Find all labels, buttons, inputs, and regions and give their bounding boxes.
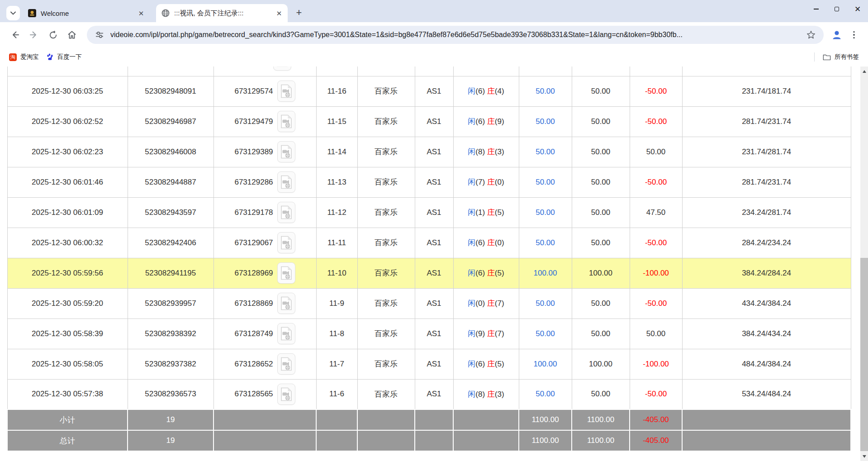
cell-bet-id: 523082944887	[128, 167, 213, 197]
cell-empty	[415, 67, 453, 76]
player-score: (0)	[475, 299, 487, 308]
browser-menu-button[interactable]	[846, 27, 862, 43]
video-replay-button[interactable]	[277, 232, 295, 253]
game-id-text: 673129178	[234, 208, 273, 217]
bookmark-baidu[interactable]: 百度一下	[43, 51, 85, 63]
welcome-favicon-icon	[28, 9, 36, 17]
profile-button[interactable]	[829, 27, 844, 43]
back-button[interactable]	[7, 27, 23, 43]
cell-game-type: 百家乐	[357, 197, 415, 228]
forward-button[interactable]	[26, 27, 42, 43]
cell-seat: AS1	[415, 379, 453, 409]
cell-seat: AS1	[415, 197, 453, 228]
video-replay-button[interactable]	[277, 353, 295, 375]
new-tab-button[interactable]: +	[292, 6, 306, 19]
video-file-icon	[280, 114, 292, 128]
video-replay-button[interactable]	[277, 384, 295, 405]
close-button[interactable]: ✕	[847, 0, 868, 18]
bookmark-aitaobao[interactable]: 淘 爱淘宝	[5, 51, 43, 63]
cell-bet-amount: 50.00	[519, 288, 572, 318]
player-score: (6)	[475, 238, 487, 247]
summary-empty	[453, 409, 519, 430]
bookmark-star-button[interactable]	[805, 29, 817, 41]
cell-table-round: 11-15	[316, 106, 357, 137]
reload-button[interactable]	[45, 27, 61, 43]
cell-table-round: 11-11	[316, 228, 357, 258]
minimize-button[interactable]	[806, 0, 826, 18]
player-label: 闲	[468, 360, 475, 368]
maximize-icon	[835, 7, 839, 11]
cell-valid-amount: 50.00	[572, 228, 630, 258]
video-replay-button[interactable]	[277, 171, 295, 193]
url-text[interactable]: videoie.com/ipl/portal.php/game/betrecor…	[110, 31, 805, 39]
tab-title: :::视讯, 会员下注纪录:::	[174, 9, 275, 18]
summary-empty	[316, 430, 357, 451]
tune-icon	[95, 31, 104, 39]
video-replay-button[interactable]	[277, 323, 295, 344]
cell-table-round: 11-14	[316, 137, 357, 167]
cell-bet-id: 523082939957	[128, 288, 213, 318]
video-file-icon	[280, 327, 292, 341]
cell-game-id: 673129479	[213, 106, 316, 137]
cell-bet-time: 2025-12-30 06:01:09	[7, 197, 128, 228]
video-replay-button[interactable]	[277, 81, 295, 102]
cell-bet-id: 523082946008	[128, 137, 213, 167]
home-button[interactable]	[64, 27, 80, 43]
cell-bet-time: 2025-12-30 05:59:20	[7, 288, 128, 318]
banker-score: (4)	[495, 87, 504, 95]
cell-bet-id: 523082943597	[128, 197, 213, 228]
cell-bet-id: 523082938392	[128, 318, 213, 349]
summary-label: 小计	[7, 409, 128, 430]
maximize-button[interactable]	[826, 0, 847, 18]
video-file-icon	[276, 67, 288, 67]
cell-seat: AS1	[415, 228, 453, 258]
all-bookmarks-button[interactable]: 所有书签	[819, 51, 863, 63]
cell-game-result: 闲(1) 庄(5)	[453, 197, 519, 228]
tab-close-icon[interactable]: ✕	[137, 9, 145, 17]
url-bar[interactable]: videoie.com/ipl/portal.php/game/betrecor…	[87, 26, 824, 44]
cell-empty	[572, 67, 630, 76]
summary-row: 总计 19 1100.00 1100.00 -405.00	[7, 430, 851, 451]
video-replay-button[interactable]	[277, 141, 295, 162]
cell-bet-time: 2025-12-30 06:00:32	[7, 228, 128, 258]
summary-bet-total: 1100.00	[519, 430, 572, 451]
banker-score: (9)	[495, 117, 504, 126]
cell-valid-amount: 50.00	[572, 106, 630, 137]
cell-game-id: 673128749	[213, 318, 316, 349]
cell-game-result: 闲(6) 庄(9)	[453, 106, 519, 137]
player-score: (7)	[475, 178, 487, 186]
kebab-icon	[853, 37, 855, 39]
player-score: (9)	[475, 329, 487, 338]
video-replay-button[interactable]	[277, 293, 295, 314]
game-id-text: 673128869	[234, 299, 273, 308]
page-scrollbar[interactable]	[860, 67, 868, 461]
video-replay-button[interactable]	[277, 202, 295, 223]
tab-bet-record[interactable]: :::视讯, 会员下注纪录::: ✕	[156, 4, 288, 22]
cell-win-loss: -100.00	[630, 258, 682, 288]
player-label: 闲	[468, 299, 475, 308]
tab-search-button[interactable]	[6, 6, 20, 20]
scrollbar-up-arrow[interactable]	[860, 68, 868, 75]
cell-bet-amount: 100.00	[519, 258, 572, 288]
site-settings-tune-icon[interactable]	[93, 29, 106, 41]
cell-bet-amount: 50.00	[519, 137, 572, 167]
scrollbar-down-arrow[interactable]	[860, 453, 868, 460]
tab-welcome[interactable]: Welcome ✕	[23, 4, 150, 22]
cell-win-loss: -50.00	[630, 167, 682, 197]
table-row: 2025-12-30 05:59:56 523082941195 6731289…	[7, 258, 851, 288]
table-row: 2025-12-30 06:01:09 523082943597 6731291…	[7, 197, 851, 228]
table-row: 2025-12-30 05:58:05 523082937382 6731286…	[7, 349, 851, 379]
cell-empty	[682, 67, 851, 76]
video-replay-button[interactable]	[277, 111, 295, 132]
game-id-text: 673129067	[234, 238, 273, 247]
video-replay-button[interactable]	[277, 262, 295, 284]
cell-balance: 384.24/284.24	[682, 258, 851, 288]
cell-bet-time: 2025-12-30 05:58:05	[7, 349, 128, 379]
cell-table-round: 11-16	[316, 76, 357, 106]
cell-game-id: 673129067	[213, 228, 316, 258]
video-replay-button[interactable]	[273, 67, 291, 71]
banker-label: 庄	[487, 269, 495, 277]
player-score: (6)	[475, 269, 487, 277]
scrollbar-thumb[interactable]	[860, 258, 868, 451]
tab-close-icon[interactable]: ✕	[275, 9, 283, 17]
